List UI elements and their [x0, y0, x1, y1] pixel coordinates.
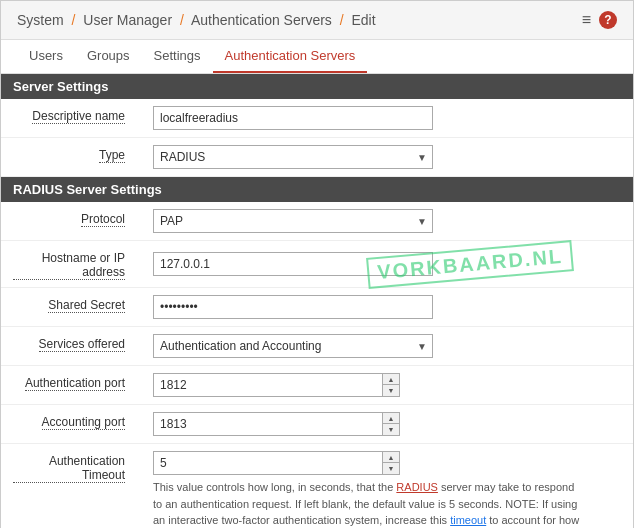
accounting-port-input[interactable]	[153, 412, 383, 436]
descriptive-name-label: Descriptive name	[32, 109, 125, 124]
hostname-label: Hostname or IP address	[13, 251, 125, 280]
breadcrumb: System / User Manager / Authentication S…	[17, 12, 376, 28]
auth-port-input-cell: ▲ ▼	[141, 366, 633, 405]
auth-port-row: Authentication port ▲ ▼	[1, 366, 633, 405]
breadcrumb-usermanager[interactable]: User Manager	[83, 12, 172, 28]
tab-users[interactable]: Users	[17, 40, 75, 73]
protocol-label-cell: Protocol	[1, 202, 141, 241]
accounting-port-row: Accounting port ▲ ▼	[1, 405, 633, 444]
auth-timeout-description: This value controls how long, in seconds…	[153, 479, 583, 528]
auth-port-input[interactable]	[153, 373, 383, 397]
services-row: Services offered Authentication and Acco…	[1, 327, 633, 366]
breadcrumb-authservers[interactable]: Authentication Servers	[191, 12, 332, 28]
accounting-port-label: Accounting port	[42, 415, 125, 430]
breadcrumb-sep-1: /	[72, 12, 76, 28]
accounting-port-up-btn[interactable]: ▲	[383, 413, 399, 424]
radius-link: RADIUS	[396, 481, 438, 493]
shared-secret-label-cell: Shared Secret	[1, 288, 141, 327]
filter-icon[interactable]: ≡	[582, 11, 591, 29]
descriptive-name-label-cell: Descriptive name	[1, 99, 141, 138]
auth-timeout-label-cell: Authentication Timeout	[1, 444, 141, 529]
breadcrumb-system[interactable]: System	[17, 12, 64, 28]
accounting-port-label-cell: Accounting port	[1, 405, 141, 444]
content: Server Settings Descriptive name Type RA…	[1, 74, 633, 528]
help-icon[interactable]: ?	[599, 11, 617, 29]
tab-groups[interactable]: Groups	[75, 40, 142, 73]
auth-timeout-input-cell: ▲ ▼ This value controls how long, in sec…	[141, 444, 633, 529]
type-select-wrapper: RADIUS ▼	[153, 145, 433, 169]
accounting-port-input-cell: ▲ ▼	[141, 405, 633, 444]
tab-settings[interactable]: Settings	[142, 40, 213, 73]
auth-port-spinner: ▲ ▼	[153, 373, 400, 397]
services-select[interactable]: Authentication and Accounting	[153, 334, 433, 358]
protocol-row: Protocol PAP ▼	[1, 202, 633, 241]
radius-settings-table: Protocol PAP ▼ Hostname or IP address	[1, 202, 633, 528]
type-label: Type	[99, 148, 125, 163]
descriptive-name-input[interactable]	[153, 106, 433, 130]
hostname-input[interactable]	[153, 252, 433, 276]
radius-settings-header: RADIUS Server Settings	[1, 177, 633, 202]
accounting-port-spinner: ▲ ▼	[153, 412, 400, 436]
accounting-port-down-btn[interactable]: ▼	[383, 424, 399, 435]
auth-timeout-label: Authentication Timeout	[13, 454, 125, 483]
breadcrumb-sep-2: /	[180, 12, 184, 28]
descriptive-name-input-cell	[141, 99, 633, 138]
page-wrapper: System / User Manager / Authentication S…	[0, 0, 634, 528]
accounting-port-spinner-btns: ▲ ▼	[383, 412, 400, 436]
tab-authentication-servers[interactable]: Authentication Servers	[213, 40, 368, 73]
protocol-select-wrapper: PAP ▼	[153, 209, 433, 233]
server-settings-header: Server Settings	[1, 74, 633, 99]
shared-secret-row: Shared Secret	[1, 288, 633, 327]
auth-timeout-up-btn[interactable]: ▲	[383, 452, 399, 463]
timeout-link: timeout	[450, 514, 486, 526]
services-label: Services offered	[39, 337, 126, 352]
shared-secret-input-cell	[141, 288, 633, 327]
services-select-wrapper: Authentication and Accounting ▼	[153, 334, 433, 358]
protocol-label: Protocol	[81, 212, 125, 227]
auth-port-spinner-btns: ▲ ▼	[383, 373, 400, 397]
auth-port-label: Authentication port	[25, 376, 125, 391]
hostname-input-cell: VORKBAARD.NL	[141, 241, 633, 288]
shared-secret-input[interactable]	[153, 295, 433, 319]
server-settings-table: Descriptive name Type RADIUS ▼	[1, 99, 633, 177]
descriptive-name-row: Descriptive name	[1, 99, 633, 138]
auth-port-up-btn[interactable]: ▲	[383, 374, 399, 385]
type-label-cell: Type	[1, 138, 141, 177]
services-label-cell: Services offered	[1, 327, 141, 366]
auth-timeout-spinner: ▲ ▼	[153, 451, 400, 475]
auth-timeout-spinner-btns: ▲ ▼	[383, 451, 400, 475]
auth-timeout-row: Authentication Timeout ▲ ▼ This value co…	[1, 444, 633, 529]
tabs: Users Groups Settings Authentication Ser…	[1, 40, 633, 74]
shared-secret-label: Shared Secret	[48, 298, 125, 313]
breadcrumb-edit: Edit	[352, 12, 376, 28]
top-icons: ≡ ?	[582, 11, 617, 29]
services-input-cell: Authentication and Accounting ▼	[141, 327, 633, 366]
type-select[interactable]: RADIUS	[153, 145, 433, 169]
type-row: Type RADIUS ▼	[1, 138, 633, 177]
breadcrumb-sep-3: /	[340, 12, 344, 28]
protocol-select[interactable]: PAP	[153, 209, 433, 233]
auth-timeout-input[interactable]	[153, 451, 383, 475]
auth-port-down-btn[interactable]: ▼	[383, 385, 399, 396]
hostname-label-cell: Hostname or IP address	[1, 241, 141, 288]
type-input-cell: RADIUS ▼	[141, 138, 633, 177]
protocol-input-cell: PAP ▼	[141, 202, 633, 241]
top-bar: System / User Manager / Authentication S…	[1, 1, 633, 40]
auth-port-label-cell: Authentication port	[1, 366, 141, 405]
hostname-row: Hostname or IP address VORKBAARD.NL	[1, 241, 633, 288]
auth-timeout-down-btn[interactable]: ▼	[383, 463, 399, 474]
